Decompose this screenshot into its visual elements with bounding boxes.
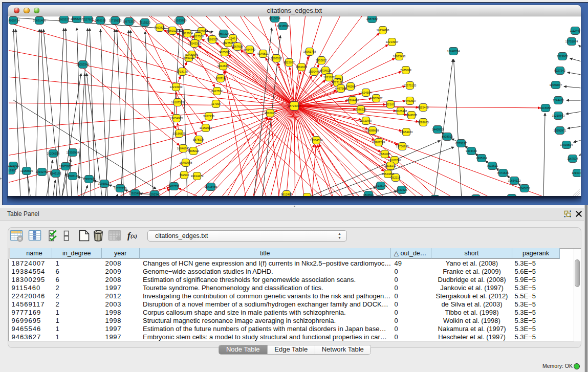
svg-text:7515520: 7515520 bbox=[139, 21, 150, 24]
svg-text:2935114: 2935114 bbox=[476, 157, 487, 160]
svg-text:252214: 252214 bbox=[391, 176, 401, 179]
svg-text:762540: 762540 bbox=[180, 173, 189, 177]
svg-text:9146821: 9146821 bbox=[257, 52, 269, 55]
svg-text:2367608: 2367608 bbox=[232, 45, 243, 48]
svg-text:15720407: 15720407 bbox=[360, 119, 373, 122]
svg-text:1145193: 1145193 bbox=[50, 172, 61, 175]
svg-text:7986322: 7986322 bbox=[355, 108, 366, 111]
svg-text:145: 145 bbox=[336, 77, 341, 80]
svg-text:13218506: 13218506 bbox=[277, 25, 290, 28]
svg-text:9329905: 9329905 bbox=[557, 55, 568, 58]
svg-text:16914479: 16914479 bbox=[191, 174, 204, 178]
svg-text:9527508: 9527508 bbox=[223, 41, 234, 45]
svg-text:1393901: 1393901 bbox=[8, 164, 19, 167]
svg-text:2718170: 2718170 bbox=[177, 70, 188, 73]
svg-text:1621072: 1621072 bbox=[323, 76, 335, 79]
svg-text:8186323: 8186323 bbox=[207, 38, 218, 41]
svg-text:17957223: 17957223 bbox=[83, 178, 96, 181]
svg-text:6734028: 6734028 bbox=[320, 69, 331, 72]
svg-text:8322037: 8322037 bbox=[284, 61, 295, 64]
svg-text:20691406: 20691406 bbox=[33, 19, 46, 22]
svg-text:16033809: 16033809 bbox=[174, 19, 187, 22]
svg-text:19654985: 19654985 bbox=[170, 117, 183, 120]
svg-text:12093877: 12093877 bbox=[550, 83, 562, 86]
svg-text:17016504: 17016504 bbox=[560, 143, 573, 146]
svg-text:1349578: 1349578 bbox=[406, 114, 417, 117]
svg-text:9227342: 9227342 bbox=[554, 69, 565, 72]
svg-text:1624554: 1624554 bbox=[360, 91, 372, 94]
svg-text:4498222: 4498222 bbox=[188, 149, 199, 152]
svg-text:10655267: 10655267 bbox=[71, 17, 83, 20]
svg-text:746266: 746266 bbox=[346, 85, 356, 88]
svg-text:8813054: 8813054 bbox=[269, 17, 280, 20]
svg-text:10719155: 10719155 bbox=[109, 19, 122, 22]
svg-text:9242848: 9242848 bbox=[217, 64, 229, 68]
svg-text:9457791: 9457791 bbox=[168, 185, 180, 188]
svg-text:8454749: 8454749 bbox=[244, 48, 255, 51]
svg-text:1527602: 1527602 bbox=[82, 18, 94, 21]
svg-text:18724007: 18724007 bbox=[288, 104, 301, 107]
svg-text:8912954: 8912954 bbox=[182, 32, 193, 35]
svg-text:9777169: 9777169 bbox=[332, 81, 343, 84]
svg-text:18907249: 18907249 bbox=[373, 141, 385, 144]
svg-text:3919301: 3919301 bbox=[5, 169, 16, 172]
svg-text:7632621: 7632621 bbox=[487, 164, 498, 167]
svg-text:12213967: 12213967 bbox=[386, 40, 399, 43]
svg-text:12375135: 12375135 bbox=[404, 84, 417, 87]
svg-text:16543362: 16543362 bbox=[188, 42, 201, 45]
svg-text:117004: 117004 bbox=[211, 102, 221, 105]
svg-text:16210643: 16210643 bbox=[552, 114, 565, 117]
svg-text:20364436: 20364436 bbox=[346, 99, 359, 102]
svg-text:9474444: 9474444 bbox=[466, 149, 477, 152]
svg-text:13975887: 13975887 bbox=[59, 165, 72, 168]
svg-text:9627500: 9627500 bbox=[192, 35, 204, 38]
svg-text:9215958: 9215958 bbox=[540, 106, 551, 110]
svg-text:13226058: 13226058 bbox=[195, 30, 208, 33]
svg-text:9099695: 9099695 bbox=[418, 121, 429, 124]
svg-text:1990448: 1990448 bbox=[309, 70, 320, 73]
svg-text:12359924: 12359924 bbox=[67, 151, 79, 154]
svg-text:2684067: 2684067 bbox=[379, 152, 390, 156]
svg-text:19756928: 19756928 bbox=[396, 145, 409, 148]
svg-text:1112447: 1112447 bbox=[570, 29, 581, 32]
svg-text:12213309: 12213309 bbox=[170, 85, 183, 89]
svg-text:1167534: 1167534 bbox=[567, 157, 578, 160]
svg-text:19524856: 19524856 bbox=[382, 172, 395, 176]
svg-text:2530025: 2530025 bbox=[265, 112, 276, 115]
svg-text:10807487: 10807487 bbox=[370, 97, 383, 100]
svg-text:6497568: 6497568 bbox=[335, 87, 346, 90]
svg-text:19166825: 19166825 bbox=[173, 132, 186, 135]
svg-text:2687682: 2687682 bbox=[366, 17, 378, 20]
svg-text:62160: 62160 bbox=[386, 103, 395, 106]
svg-text:26206556: 26206556 bbox=[47, 152, 60, 155]
svg-text:10025438: 10025438 bbox=[395, 110, 407, 113]
svg-text:16154808: 16154808 bbox=[377, 29, 389, 32]
svg-text:7955812: 7955812 bbox=[316, 59, 327, 62]
svg-text:10958127: 10958127 bbox=[98, 182, 111, 185]
svg-text:14463627: 14463627 bbox=[404, 99, 417, 102]
svg-text:6466160: 6466160 bbox=[95, 19, 106, 22]
svg-text:12923486: 12923486 bbox=[129, 192, 142, 195]
svg-text:1244415: 1244415 bbox=[553, 99, 564, 102]
svg-text:8427552: 8427552 bbox=[211, 90, 223, 93]
svg-text:16120746: 16120746 bbox=[388, 159, 401, 162]
svg-text:15592971: 15592971 bbox=[554, 129, 567, 132]
svg-text:3675685: 3675685 bbox=[219, 51, 230, 54]
svg-text:10671355: 10671355 bbox=[123, 20, 136, 23]
svg-text:16782759: 16782759 bbox=[114, 187, 127, 190]
svg-text:6379197: 6379197 bbox=[455, 142, 467, 145]
svg-text:546: 546 bbox=[230, 37, 235, 40]
svg-text:15751074: 15751074 bbox=[565, 40, 578, 43]
svg-text:1733426: 1733426 bbox=[396, 188, 407, 191]
svg-text:989012: 989012 bbox=[184, 56, 194, 59]
svg-text:1210345: 1210345 bbox=[572, 171, 583, 174]
svg-text:11353594: 11353594 bbox=[200, 126, 212, 129]
svg-text:9245652: 9245652 bbox=[519, 187, 530, 190]
svg-text:15716485: 15716485 bbox=[205, 185, 217, 188]
svg-text:20053346: 20053346 bbox=[77, 63, 90, 66]
svg-text:8938923: 8938923 bbox=[442, 135, 453, 138]
svg-text:8471626: 8471626 bbox=[497, 171, 509, 174]
svg-text:1615172: 1615172 bbox=[385, 164, 396, 167]
svg-text:16107553: 16107553 bbox=[171, 101, 184, 104]
svg-text:8660125: 8660125 bbox=[167, 29, 178, 32]
